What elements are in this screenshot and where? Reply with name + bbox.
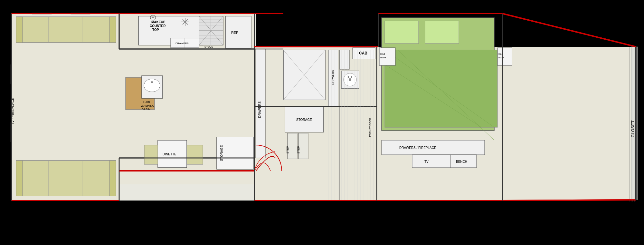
svg-marker-20	[502, 47, 636, 200]
stove-label: STOVE	[204, 45, 213, 48]
svg-rect-31	[16, 161, 116, 196]
svg-rect-62	[144, 145, 158, 164]
step1-label: STEP	[286, 146, 289, 154]
floorplan: TV / FIREPLACE MAKEUP COUNTER TOP STOVE	[0, 0, 644, 245]
drawers-main-label: DRAWERS	[258, 101, 261, 118]
svg-rect-29	[16, 17, 23, 43]
svg-text:table: table	[498, 56, 504, 59]
storage-label: STORAGE	[220, 145, 223, 161]
svg-rect-34	[16, 161, 23, 196]
step2-label: STEP	[297, 146, 300, 154]
svg-rect-35	[109, 161, 116, 196]
svg-rect-30	[109, 17, 116, 43]
makeup-counter-label: MAKEUP	[151, 20, 166, 24]
tv-label: TV	[424, 160, 429, 163]
end-table-left-label: End	[380, 53, 385, 55]
svg-line-138	[502, 200, 636, 201]
svg-rect-85	[385, 21, 419, 44]
svg-rect-63	[187, 145, 203, 164]
svg-text:table: table	[380, 56, 386, 59]
svg-point-58	[151, 81, 153, 83]
svg-rect-17	[11, 49, 119, 158]
ref-label: REF	[231, 31, 238, 34]
drawers-bath-label: DRAWERS	[331, 70, 335, 85]
drawers-kitchen-label: DRAWERS	[175, 42, 189, 45]
bath-storage-label: STORAGE	[296, 118, 312, 122]
svg-rect-81	[298, 133, 308, 159]
drawers-fireplace-label: DRAWERS / FIREPLACE	[399, 146, 436, 150]
svg-text:WASHING: WASHING	[141, 104, 155, 107]
svg-rect-87	[385, 50, 497, 127]
top-label: TOP	[152, 28, 159, 32]
dinette-label: DINETTE	[163, 152, 176, 156]
counter-top-label: COUNTER	[150, 24, 166, 28]
svg-rect-86	[425, 21, 459, 44]
svg-rect-80	[288, 133, 297, 159]
bench-label: BENCH	[456, 160, 467, 163]
cab-label: CAB	[359, 51, 367, 55]
hair-washing-basin-label: HAIR	[143, 101, 150, 104]
svg-rect-26	[16, 17, 116, 43]
svg-text:BASIN: BASIN	[142, 108, 150, 111]
pocket-door-label: POCKET DOOR	[369, 118, 372, 137]
svg-rect-97	[412, 155, 451, 168]
svg-point-57	[144, 79, 160, 92]
svg-rect-55	[225, 16, 251, 48]
